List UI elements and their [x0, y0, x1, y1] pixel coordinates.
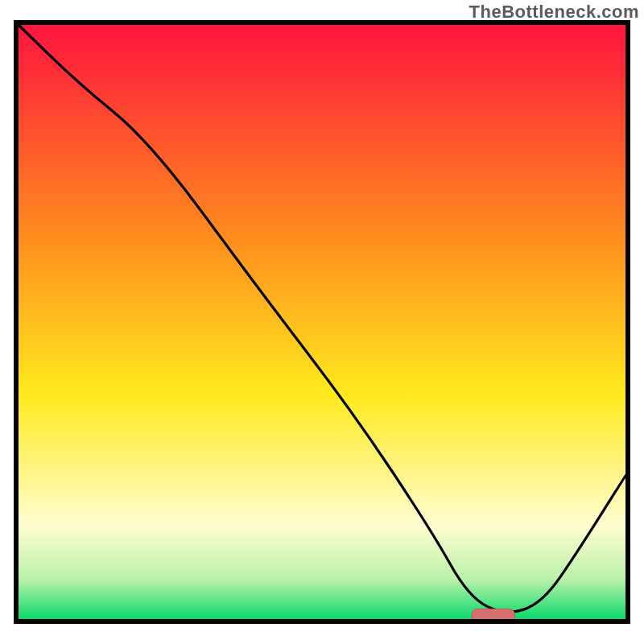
chart-container: TheBottleneck.com	[0, 0, 644, 644]
plot-background	[16, 23, 628, 621]
watermark-text: TheBottleneck.com	[469, 2, 639, 23]
bottleneck-chart	[0, 0, 644, 644]
